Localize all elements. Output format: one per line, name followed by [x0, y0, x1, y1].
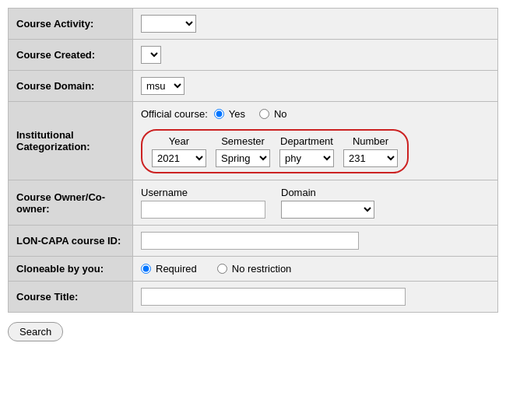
course-activity-label: Course Activity:: [9, 9, 133, 40]
lon-capa-id-label: LON-CAPA course ID:: [9, 226, 133, 257]
username-field: Username: [141, 187, 265, 219]
institutional-categorization-cell: Official course: Yes No Year: [133, 102, 498, 180]
course-domain-label: Course Domain:: [9, 71, 133, 102]
course-activity-cell: Active Inactive: [133, 9, 498, 40]
course-created-cell: [133, 40, 498, 71]
no-radio[interactable]: [259, 109, 269, 119]
lon-capa-id-input[interactable]: [141, 232, 359, 250]
search-form-table: Course Activity: Active Inactive Course …: [8, 8, 498, 313]
search-button[interactable]: Search: [8, 322, 63, 341]
semester-select[interactable]: Spring Fall Summer: [216, 149, 270, 167]
course-title-cell: [133, 282, 498, 313]
username-label: Username: [141, 187, 265, 198]
categorization-box: Year 2021 2022 2020 Semester Spring: [141, 129, 409, 173]
required-radio[interactable]: [141, 264, 151, 274]
domain-field: Domain: [281, 187, 374, 219]
department-select[interactable]: phy cse math: [279, 149, 334, 167]
course-domain-select[interactable]: msu other: [141, 77, 184, 95]
cloneable-cell: Required No restriction: [133, 257, 498, 282]
official-course-text: Official course:: [141, 108, 208, 120]
department-cat-item: Department phy cse math: [279, 135, 334, 167]
number-select[interactable]: 231 232: [343, 149, 398, 167]
yes-label: Yes: [229, 108, 245, 120]
year-select[interactable]: 2021 2022 2020: [152, 149, 206, 167]
no-restriction-radio-group[interactable]: No restriction: [217, 263, 292, 275]
cloneable-label: Cloneable by you:: [9, 257, 133, 282]
course-domain-cell: msu other: [133, 71, 498, 102]
no-restriction-radio[interactable]: [217, 264, 227, 274]
required-label: Required: [156, 263, 197, 275]
yes-radio[interactable]: [214, 109, 224, 119]
no-label: No: [274, 108, 287, 120]
number-cat-item: Number 231 232: [343, 135, 398, 167]
year-cat-label: Year: [169, 135, 189, 147]
course-owner-label: Course Owner/Co-owner:: [9, 180, 133, 226]
yes-radio-group[interactable]: Yes: [214, 108, 245, 120]
course-title-label: Course Title:: [9, 282, 133, 313]
year-cat-item: Year 2021 2022 2020: [152, 135, 206, 167]
course-created-label: Course Created:: [9, 40, 133, 71]
no-restriction-label: No restriction: [232, 263, 292, 275]
no-radio-group[interactable]: No: [259, 108, 287, 120]
institutional-categorization-label: Institutional Categorization:: [9, 102, 133, 180]
course-created-select[interactable]: [141, 46, 161, 64]
lon-capa-id-cell: [133, 226, 498, 257]
department-cat-label: Department: [280, 135, 333, 147]
domain-select[interactable]: [281, 201, 374, 219]
number-cat-label: Number: [353, 135, 388, 147]
domain-label: Domain: [281, 187, 374, 198]
course-activity-select[interactable]: Active Inactive: [141, 15, 196, 33]
course-owner-cell: Username Domain: [133, 180, 498, 226]
required-radio-group[interactable]: Required: [141, 263, 197, 275]
course-title-input[interactable]: [141, 288, 406, 306]
semester-cat-label: Semester: [221, 135, 265, 147]
username-input[interactable]: [141, 201, 265, 219]
semester-cat-item: Semester Spring Fall Summer: [216, 135, 270, 167]
